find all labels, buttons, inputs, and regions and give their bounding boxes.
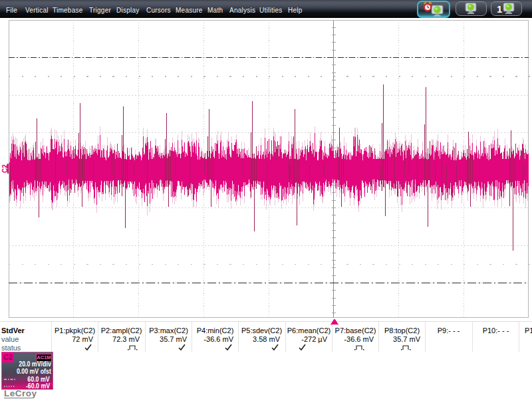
- svg-text:1: 1: [497, 3, 502, 15]
